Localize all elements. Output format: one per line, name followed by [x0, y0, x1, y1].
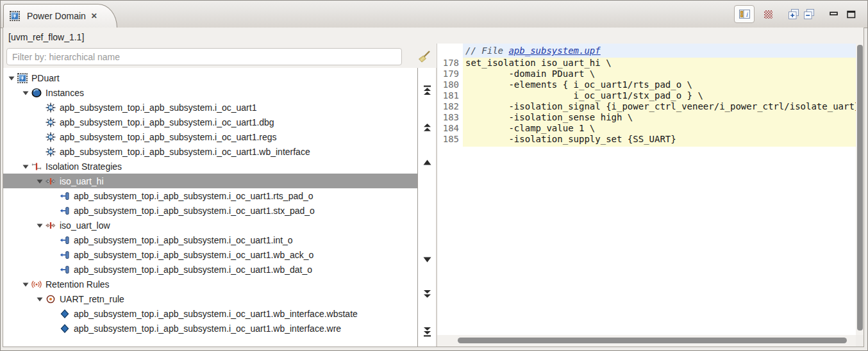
code-highlight-tail — [463, 145, 856, 147]
code-line[interactable]: 185 -isolation_supply_set {SS_UART} — [437, 134, 856, 145]
tree-row[interactable]: apb_subsystem_top.i_apb_subsystem.i_oc_u… — [3, 306, 417, 321]
power-domain-tree: PDuartInstancesMapb_subsystem_top.i_apb_… — [3, 68, 418, 347]
code-text: -isolation_supply_set {SS_UART} — [463, 134, 856, 145]
tree-row[interactable]: Mapb_subsystem_top.i_apb_subsystem.i_oc_… — [3, 144, 417, 159]
tree-row-label: iso_uart_hi — [60, 176, 104, 186]
scroll-to-bottom-icon — [423, 327, 431, 337]
line-up-icon — [423, 159, 431, 166]
isolated-port-icon — [60, 265, 70, 275]
tree-row[interactable]: Mapb_subsystem_top.i_apb_subsystem.i_oc_… — [3, 115, 417, 129]
tree-row[interactable]: apb_subsystem_top.i_apb_subsystem.i_oc_u… — [3, 247, 417, 262]
scroll-to-top-button[interactable] — [422, 85, 431, 95]
line-number: 181 — [437, 90, 463, 101]
disabled-red-action-icon — [764, 10, 772, 19]
code-line[interactable]: 180 -elements { i_oc_uart1/rts_pad_o \ — [437, 79, 856, 90]
show-properties-toggle-button[interactable]: i — [734, 5, 755, 23]
tree-row[interactable]: iso_uart_hi — [3, 174, 417, 188]
expander-toggle[interactable] — [20, 164, 31, 169]
expander-triangle-icon — [37, 297, 43, 302]
tree-row-label: apb_subsystem_top.i_apb_subsystem.i_oc_u… — [60, 132, 277, 142]
power-domain-icon — [17, 73, 28, 83]
tab-power-domain[interactable]: Power Domain ✕ — [3, 4, 117, 28]
page-up-icon — [423, 123, 431, 132]
tree-row[interactable]: apb_subsystem_top.i_apb_subsystem.i_oc_u… — [3, 233, 417, 247]
scroll-to-bottom-button[interactable] — [422, 327, 431, 337]
expander-toggle[interactable] — [34, 297, 46, 302]
tree-row[interactable]: Mapb_subsystem_top.i_apb_subsystem.i_oc_… — [3, 129, 417, 144]
scrollbar-corner — [856, 335, 864, 347]
filter-input[interactable] — [6, 48, 402, 65]
collapse-all-icon — [804, 9, 815, 19]
page-down-icon — [423, 290, 431, 298]
line-number: 180 — [437, 79, 463, 90]
tree-row-label: UART_retn_rule — [60, 294, 124, 304]
retention-rule-icon — [46, 294, 56, 304]
line-up-button[interactable] — [422, 157, 431, 167]
horizontal-scrollbar-thumb[interactable] — [458, 338, 847, 343]
tab-title: Power Domain — [27, 11, 86, 21]
expander-toggle[interactable] — [20, 90, 31, 95]
line-down-button[interactable] — [422, 254, 431, 265]
line-number: 183 — [437, 112, 463, 123]
tree-row[interactable]: Mapb_subsystem_top.i_apb_subsystem.i_oc_… — [3, 100, 417, 115]
isolated-port-icon — [60, 250, 70, 260]
close-icon[interactable]: ✕ — [91, 12, 97, 20]
tab-bar: Power Domain ✕ i — [1, 1, 867, 28]
page-up-button[interactable] — [422, 122, 431, 133]
expander-toggle[interactable] — [6, 76, 17, 81]
tree-row[interactable]: apb_subsystem_top.i_apb_subsystem.i_oc_u… — [3, 321, 417, 336]
collapse-all-button[interactable] — [804, 9, 815, 19]
code-line[interactable]: 181 i_oc_uart1/stx_pad_o } \ — [437, 90, 856, 101]
file-link[interactable]: apb_subsystem.upf — [508, 45, 600, 56]
line-number: 184 — [437, 123, 463, 134]
code-line[interactable]: 179 -domain PDuart \ — [437, 69, 856, 79]
expander-toggle[interactable] — [34, 223, 46, 228]
code-line[interactable]: 182 -isolation_signal {i_power_ctrl_vene… — [437, 101, 856, 112]
page-down-button[interactable] — [422, 289, 431, 299]
tree-row-label: PDuart — [31, 73, 60, 83]
line-down-icon — [423, 256, 431, 263]
maximize-icon — [847, 10, 856, 19]
expander-triangle-icon — [37, 223, 43, 228]
tree-row[interactable]: Instances — [3, 85, 417, 100]
tree-row[interactable]: iso_uart_low — [3, 218, 417, 233]
source-file-header: // File apb_subsystem.upf — [437, 44, 856, 58]
tree-row[interactable]: Retention Rules — [3, 277, 417, 291]
minimize-view-button[interactable] — [830, 11, 839, 18]
power-domain-view-window: Power Domain ✕ i — [0, 0, 868, 351]
tree-row[interactable]: apb_subsystem_top.i_apb_subsystem.i_oc_u… — [3, 262, 417, 277]
code-text: set_isolation iso_uart_hi \ — [463, 58, 856, 69]
isolated-port-icon — [60, 191, 70, 201]
tree-row[interactable]: PDuart — [3, 70, 417, 85]
tree-row[interactable]: Isolation Strategies — [3, 159, 417, 174]
tree-row[interactable]: apb_subsystem_top.i_apb_subsystem.i_oc_u… — [3, 203, 417, 218]
project-scope-label: [uvm_ref_flow_1.1] — [8, 32, 84, 42]
retention-element-icon — [60, 309, 70, 319]
code-area[interactable]: 178set_isolation iso_uart_hi \179 -domai… — [437, 58, 856, 335]
tree-row[interactable]: UART_retn_rule — [3, 291, 417, 306]
isolation-strategy-icon — [46, 176, 56, 186]
upf-source-panel: // File apb_subsystem.upf 178set_isolati… — [437, 44, 864, 347]
instance-icon: M — [46, 117, 56, 127]
expand-all-button[interactable] — [789, 9, 799, 19]
tree-row-label: Isolation Strategies — [46, 161, 122, 172]
vertical-scrollbar-thumb[interactable] — [857, 45, 863, 331]
tree-row-label: apb_subsystem_top.i_apb_subsystem.i_oc_u… — [74, 250, 313, 260]
clear-filter-button[interactable] — [416, 49, 432, 65]
expander-triangle-icon — [8, 76, 15, 81]
isolation-strategies-icon — [31, 161, 42, 172]
code-line[interactable]: 184 -clamp_value 1 \ — [437, 123, 856, 134]
view-content: [uvm_ref_flow_1.1] PDuartInstancesMapb_s… — [3, 28, 864, 347]
tree-row-label: apb_subsystem_top.i_apb_subsystem.i_oc_u… — [74, 235, 293, 245]
line-number: 182 — [437, 101, 463, 112]
power-domain-chip-icon — [10, 11, 20, 21]
tree-row[interactable]: apb_subsystem_top.i_apb_subsystem.i_oc_u… — [3, 188, 417, 203]
expander-toggle[interactable] — [34, 179, 46, 184]
expander-triangle-icon — [22, 164, 29, 169]
maximize-view-button[interactable] — [847, 10, 856, 19]
code-line[interactable]: 178set_isolation iso_uart_hi \ — [437, 58, 856, 69]
tree-nav-column — [418, 68, 437, 347]
code-line[interactable]: 183 -isolation_sense high \ — [437, 112, 856, 123]
tree-row-label: Instances — [46, 88, 84, 98]
expander-toggle[interactable] — [20, 282, 31, 287]
